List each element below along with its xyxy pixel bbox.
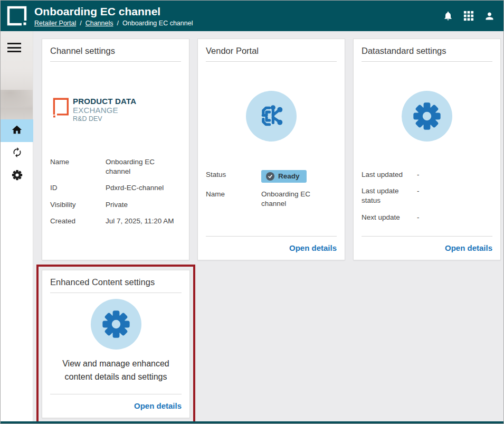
sidebar-item-sync[interactable] [1,142,33,165]
sidebar-item-settings[interactable] [1,165,33,187]
settings-icon [12,169,23,183]
field-row: Next update - [362,213,492,222]
field-label: Created [50,216,106,226]
field-row: Name Onboarding EC channel [50,157,181,176]
name-row: Name Onboarding EC channel [206,190,337,209]
card-enhanced-content-settings: Enhanced Content settings [42,270,190,418]
status-badge-wrap: Ready [261,170,337,183]
vendor-icon-zone [206,62,337,170]
app-header: Onboarding EC channel Retailer Portal / … [1,1,503,31]
apps-grid-icon[interactable] [463,10,474,22]
card-title: Datastandard settings [362,46,492,62]
card-footer: Open details [50,394,182,411]
sync-icon [12,147,23,160]
pdx-logo-text: PRODUCT DATA EXCHANGE R&D DEV [73,97,181,123]
field-label: Last update status [362,186,417,205]
menu-icon[interactable] [7,43,21,55]
field-label: Last updated [362,170,417,180]
datastandard-icon-zone [362,62,492,170]
pdx-logo-line1-light: EXCHANGE [73,106,118,115]
status-label: Status [206,170,261,183]
app-logo-icon [6,5,28,27]
status-badge: Ready [261,170,307,183]
field-value: Onboarding EC channel [106,157,181,176]
name-value: Onboarding EC channel [261,190,337,209]
enhanced-description: View and manage enhanced content details… [50,357,182,384]
field-row: Last update status - [362,186,492,205]
ready-check-icon [266,172,274,181]
breadcrumb-separator: / [117,20,119,27]
highlight-box: Enhanced Content settings [36,265,195,423]
app-window: Onboarding EC channel Retailer Portal / … [0,0,504,424]
card-title: Vendor Portal [206,46,337,62]
status-badge-label: Ready [278,172,300,181]
field-value: Pdxrd-EC-channel [106,183,181,193]
field-label: Name [50,157,106,176]
card-footer: Open details [362,236,492,253]
header-text: Onboarding EC channel Retailer Portal / … [34,5,436,26]
breadcrumb-separator: / [80,20,81,27]
header-actions [442,10,496,22]
channel-fields: Name Onboarding EC channel ID Pdxrd-EC-c… [50,157,181,233]
status-row: Status Ready [206,170,337,183]
field-row: Last updated - [362,170,492,180]
card-vendor-portal: Vendor Portal [197,39,345,260]
datastandard-icon [402,91,452,142]
field-value: - [417,213,492,222]
field-value: Private [106,200,181,210]
card-channel-settings: Channel settings PRODUCT DATA EXCHANGE R… [42,39,189,260]
field-row: ID Pdxrd-EC-channel [50,183,181,193]
channel-logo-zone: PRODUCT DATA EXCHANGE R&D DEV [50,62,181,157]
card-title: Enhanced Content settings [50,277,182,293]
home-icon [11,124,23,138]
breadcrumb-current: Onboarding EC channel [122,20,193,27]
field-label: ID [50,183,106,193]
datastandard-open-details-link[interactable]: Open details [445,243,492,252]
enhanced-content-icon [91,299,141,350]
field-row: Created Jul 7, 2025, 11:20 AM [50,216,181,226]
breadcrumb: Retailer Portal / Channels / Onboarding … [34,20,436,27]
field-value: Jul 7, 2025, 11:20 AM [106,216,181,226]
breadcrumb-channels[interactable]: Channels [85,20,113,27]
sidebar-banner [1,31,33,119]
sidebar [1,31,33,421]
field-row: Visibility Private [50,200,181,210]
enhanced-open-details-link[interactable]: Open details [134,401,182,410]
field-value: - [417,186,492,205]
product-data-exchange-logo: PRODUCT DATA EXCHANGE R&D DEV [50,97,181,123]
vendor-open-details-link[interactable]: Open details [289,243,337,252]
breadcrumb-retailer-portal[interactable]: Retailer Portal [34,20,76,27]
name-label: Name [206,190,261,209]
page-title: Onboarding EC channel [34,5,436,18]
sidebar-item-home[interactable] [1,119,33,142]
pdx-logo-line2: R&D DEV [73,115,181,123]
pdx-logo-line1-bold: PRODUCT DATA [73,97,136,106]
pdx-logo-icon [50,97,70,118]
field-label: Next update [362,213,417,222]
field-label: Visibility [50,200,106,210]
card-title: Channel settings [50,46,181,62]
user-icon[interactable] [483,10,495,22]
datastandard-fields: Last updated - Last update status - Next… [362,170,492,229]
window-bottom-edge [1,421,503,423]
bell-icon[interactable] [442,10,454,22]
vendor-portal-icon [246,91,297,142]
card-datastandard-settings: Datastandard settings Last updated [353,39,501,260]
field-value: - [417,170,492,180]
card-footer: Open details [206,236,337,253]
enhanced-icon-zone [50,293,182,355]
